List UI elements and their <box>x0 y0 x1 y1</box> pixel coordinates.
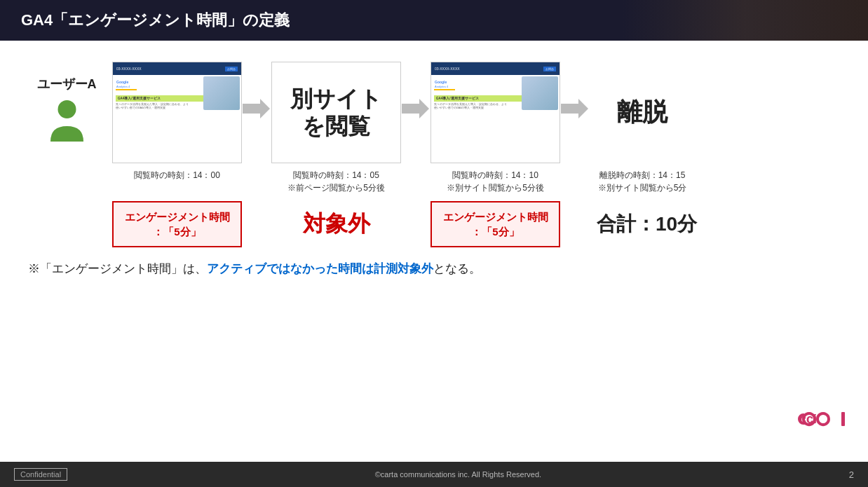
bottom-note-prefix: ※「エンゲージメント時間」は、 <box>28 262 207 275</box>
screen-col-1: 03-XXXX-XXXX お問合 Google Analytics 4 <box>112 62 242 181</box>
header-bg <box>623 0 868 41</box>
time-label-1: 閲覧時の時刻：14：00 <box>134 169 220 181</box>
engagement-row: エンゲージメント時間：「5分」 対象外 エンゲージメント時間：「5分」 合計：1… <box>28 201 840 247</box>
user-icon <box>48 98 86 144</box>
screen-box-1: 03-XXXX-XXXX お問合 Google Analytics 4 <box>112 62 242 163</box>
total-label: 合計：10分 <box>597 211 697 238</box>
svg-text:Google: Google <box>116 80 128 84</box>
exit-text: 離脱 <box>617 95 667 130</box>
bottom-note-highlight: アクティブではなかった時間は計測対象外 <box>207 262 433 275</box>
flow-items: 03-XXXX-XXXX お問合 Google Analytics 4 <box>112 62 840 194</box>
time-label-3: 閲覧時の時刻：14：10※別サイト閲覧から5分後 <box>447 169 544 194</box>
svg-text:Analytics 4: Analytics 4 <box>435 85 449 88</box>
svg-rect-10 <box>434 89 455 90</box>
svg-text:Analytics 4: Analytics 4 <box>116 85 130 88</box>
exit-area: 離脱 <box>590 62 695 163</box>
screen-col-4: 離脱 離脱時の時刻：14：15※別サイト閲覧から5分 <box>590 62 695 194</box>
arrow-2 <box>401 98 430 119</box>
arrow-3 <box>560 98 590 119</box>
taishogai-label: 対象外 <box>271 209 401 240</box>
mini-site-3: 03-XXXX-XXXX お問合 Google Analytics 4 <box>431 62 560 163</box>
svg-text:Google: Google <box>435 80 447 84</box>
svg-marker-6 <box>402 99 429 118</box>
screen-box-2: 別サイトを閲覧 <box>271 62 401 163</box>
slide: GA4「エンゲージメント時間」の定義 ユーザーA <box>0 0 868 487</box>
screen-box-3: 03-XXXX-XXXX お問合 Google Analytics 4 <box>430 62 560 163</box>
arrow-1 <box>242 98 271 119</box>
time-label-2: 閲覧時の時刻：14：05※前ページ閲覧から5分後 <box>287 169 385 194</box>
bottom-note: ※「エンゲージメント時間」は、アクティブではなかった時間は計測対象外となる。 <box>28 260 840 278</box>
time-label-4: 離脱時の時刻：14：15※別サイト閲覧から5分 <box>598 169 687 194</box>
user-label: ユーザーA <box>37 76 97 92</box>
footer-page: 2 <box>849 469 854 480</box>
main-content: ユーザーA 03-XXXX-XXXX お問合 <box>0 41 868 462</box>
svg-point-0 <box>57 100 76 118</box>
svg-rect-13 <box>841 412 845 426</box>
screen-col-3: 03-XXXX-XXXX お問合 Google Analytics 4 <box>430 62 560 194</box>
bottom-note-suffix: となる。 <box>433 262 481 275</box>
svg-marker-5 <box>243 99 270 118</box>
screen-col-2: 別サイトを閲覧 閲覧時の時刻：14：05※前ページ閲覧から5分後 <box>271 62 401 194</box>
flow-section: ユーザーA 03-XXXX-XXXX お問合 <box>28 62 840 194</box>
cci-logo: cci <box>798 408 847 430</box>
footer-confidential: Confidential <box>14 468 67 481</box>
mini-site-1: 03-XXXX-XXXX お問合 Google Analytics 4 <box>113 62 241 163</box>
footer-copyright: ©carta communications inc. All Rights Re… <box>375 470 541 479</box>
page-title: GA4「エンゲージメント時間」の定義 <box>21 10 290 31</box>
footer: Confidential ©carta communications inc. … <box>0 462 868 487</box>
svg-marker-11 <box>561 99 588 118</box>
other-site-text: 別サイトを閲覧 <box>290 85 382 139</box>
engagement-items: エンゲージメント時間：「5分」 対象外 エンゲージメント時間：「5分」 合計：1… <box>112 201 840 247</box>
svg-text:cci: cci <box>799 412 817 426</box>
taishogai-text: 対象外 <box>303 211 370 236</box>
engagement-box-2: エンゲージメント時間：「5分」 <box>430 201 560 247</box>
svg-rect-4 <box>116 89 137 90</box>
engagement-box-1: エンゲージメント時間：「5分」 <box>112 201 242 247</box>
user-column: ユーザーA <box>28 76 105 144</box>
header: GA4「エンゲージメント時間」の定義 <box>0 0 868 41</box>
